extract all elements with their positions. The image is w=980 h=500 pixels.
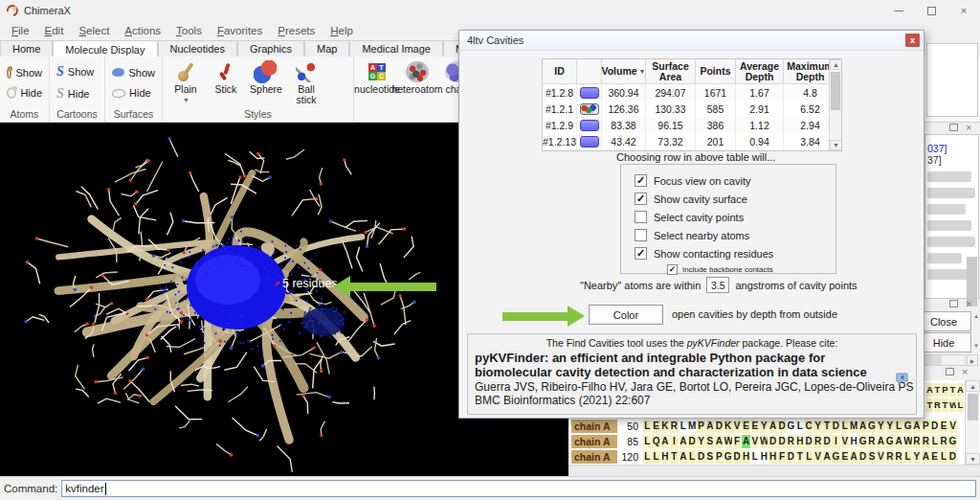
close-panel-icon[interactable]: × xyxy=(962,368,968,375)
residue-letter: R xyxy=(885,450,894,464)
sequence-row-partial[interactable]: TRTWL xyxy=(925,398,964,412)
checkbox-show-cavity-surface[interactable]: ✓Show cavity surface xyxy=(635,190,835,208)
close-button[interactable]: × xyxy=(947,0,980,21)
checked-checkbox-icon[interactable]: ✓ xyxy=(635,193,647,205)
ribbon-button-hide-cartoons[interactable]: Hide xyxy=(54,85,100,102)
ribbon-button-nucleotide-coloring[interactable]: ATGCnucleotide xyxy=(358,58,396,95)
sequence-row-85[interactable]: chain A85LQAIADYSAWFAVWDDRHDRDIVHGRAGAWR… xyxy=(571,434,957,448)
ribbon-button-sphere-styles[interactable]: Sphere xyxy=(247,58,285,95)
table-row[interactable]: #1.2.983.3896.153861.122.94 xyxy=(543,117,841,133)
sequence-row-120[interactable]: chain A120LLHTALDSPGDHLHHFDTLVAGEADSVRRL… xyxy=(571,449,957,464)
citation-copy-icon[interactable] xyxy=(894,373,909,386)
column-header-volume[interactable]: Volume▼ xyxy=(602,59,646,84)
command-bar: Command: kvfinder xyxy=(0,476,980,500)
cavity-color-swatch[interactable] xyxy=(580,87,599,99)
maximize-button[interactable] xyxy=(915,0,947,21)
menu-item-file[interactable]: File xyxy=(4,23,37,38)
checked-checkbox-icon[interactable]: ✓ xyxy=(635,174,647,187)
sequence-scrollbar-thumb[interactable] xyxy=(968,394,978,420)
float-panel-icon[interactable] xyxy=(949,300,958,307)
menu-item-presets[interactable]: Presets xyxy=(270,23,323,38)
residue-letter: D xyxy=(831,420,839,433)
color-button[interactable]: Color xyxy=(589,305,663,325)
column-header-points[interactable]: Points xyxy=(696,59,736,84)
tab-home[interactable]: Home xyxy=(0,40,53,57)
cavity-color-swatch[interactable] xyxy=(580,136,599,148)
checkbox-select-cavity-points[interactable]: Select cavity points xyxy=(635,208,835,226)
minimize-button[interactable] xyxy=(882,0,915,21)
column-header-id[interactable]: ID xyxy=(543,59,577,84)
menu-item-edit[interactable]: Edit xyxy=(37,23,72,38)
ribbon-group-cartoons: ShowHideCartoons xyxy=(50,57,105,122)
scroll-up-icon[interactable]: ▲ xyxy=(966,380,980,392)
dialog-close-button[interactable]: x xyxy=(905,34,920,47)
float-panel-icon[interactable] xyxy=(949,124,958,131)
checked-checkbox-icon[interactable]: ✓ xyxy=(635,247,647,260)
nearby-atoms-row: "Nearby" atoms are within 3.5 angstroms … xyxy=(580,277,858,293)
ribbon-button-show-cartoons[interactable]: Show xyxy=(54,63,100,80)
residue-letter: A xyxy=(705,420,714,433)
table-row[interactable]: #1.2.1126.36130.335852.916.52 xyxy=(543,101,841,117)
ribbon-button-stick-styles[interactable]: Stick xyxy=(207,58,245,95)
residue-letter: P xyxy=(696,420,704,433)
table-scrollbar[interactable]: ▲ ▼ xyxy=(829,59,841,150)
sequence-row-50[interactable]: chain A50LEKRLMPADKVEEYADGLCYTDLMAGYYLGA… xyxy=(571,419,957,433)
cavity-color-swatch[interactable] xyxy=(580,120,599,131)
menu-item-tools[interactable]: Tools xyxy=(168,23,210,38)
table-row[interactable]: #1.2.1343.4273.322010.943.84 xyxy=(543,133,841,149)
ribbon-button-hide-atoms[interactable]: Hide xyxy=(4,86,45,100)
ribbon-button-show-surfaces[interactable]: Show xyxy=(109,66,158,80)
tab-molecule-display[interactable]: Molecule Display xyxy=(53,40,157,57)
close-panel-icon[interactable]: × xyxy=(966,300,971,307)
ribbon-button-label: Plain xyxy=(174,84,196,95)
nearby-distance-input[interactable]: 3.5 xyxy=(706,277,729,293)
table-scrollbar-thumb[interactable] xyxy=(831,72,840,110)
tab-medical-image[interactable]: Medical Image xyxy=(349,40,443,57)
residue-letter: M xyxy=(849,420,858,433)
log-item-bar xyxy=(927,269,969,280)
log-item-bar xyxy=(927,237,975,247)
tab-map[interactable]: Map xyxy=(304,40,349,57)
tab-nucleotides[interactable]: Nucleotides xyxy=(158,40,237,57)
menu-item-help[interactable]: Help xyxy=(323,23,361,38)
checkbox-select-nearby-atoms[interactable]: Select nearby atoms xyxy=(635,226,835,244)
scroll-up-icon[interactable]: ▲ xyxy=(830,59,842,70)
column-header-swatch[interactable] xyxy=(577,59,602,84)
menu-item-select[interactable]: Select xyxy=(71,23,117,38)
table-row[interactable]: #1.2.8360.94294.0716711.674.8 xyxy=(543,84,841,101)
command-input[interactable]: kvfinder xyxy=(61,480,976,497)
ribbon-button-label: Show xyxy=(68,66,95,78)
ribbon-group-label: Styles xyxy=(167,107,349,122)
chevron-down-icon[interactable]: ▼ xyxy=(183,95,189,105)
dialog-titlebar[interactable]: 4ltv Cavities xyxy=(459,31,924,51)
ribbon-button-heteroatom-coloring[interactable]: heteroatom xyxy=(398,58,436,95)
unchecked-checkbox-icon[interactable] xyxy=(635,211,647,223)
checkbox-include-backbone-contacts[interactable]: ✓Include backbone contacts xyxy=(667,262,835,277)
sequence-scrollbar[interactable]: ▲ ▼ xyxy=(965,380,979,465)
ribbon-button-ball-stick-styles[interactable]: Ball stick xyxy=(287,58,325,105)
ribbon-button-hide-surfaces[interactable]: Hide xyxy=(109,86,158,100)
tab-graphics[interactable]: Graphics xyxy=(237,40,304,57)
menu-item-actions[interactable]: Actions xyxy=(117,23,168,38)
ribbon-button-show-atoms[interactable]: Show xyxy=(4,66,45,80)
unchecked-checkbox-icon[interactable] xyxy=(635,229,647,241)
checkbox-show-contacting-residues[interactable]: ✓Show contacting residues xyxy=(635,244,835,262)
residue-letter: P xyxy=(921,420,929,433)
scroll-right-icon[interactable]: ▶ xyxy=(967,354,978,366)
scroll-down-icon[interactable]: ▼ xyxy=(973,343,979,349)
menu-item-favorites[interactable]: Favorites xyxy=(210,23,270,38)
cavity-color-swatch[interactable] xyxy=(580,103,599,115)
nucleotide-icon: ATGC xyxy=(368,63,386,80)
sequence-row-partial[interactable]: ATPTA xyxy=(925,382,964,397)
scroll-up-icon[interactable]: ▲ xyxy=(973,313,979,319)
ribbon-button-plain-styles[interactable]: Plain▼ xyxy=(167,58,205,105)
checkbox-label: Include backbone contacts xyxy=(682,265,773,274)
scroll-down-icon[interactable]: ▼ xyxy=(830,140,842,150)
float-panel-icon[interactable] xyxy=(946,368,954,375)
column-header-surface-area[interactable]: Surface Area xyxy=(646,59,696,84)
close-panel-icon[interactable]: × xyxy=(966,124,971,131)
checked-checkbox-icon[interactable]: ✓ xyxy=(667,264,678,275)
column-header-average-depth[interactable]: Average Depth xyxy=(736,59,784,84)
checkbox-focus-view-on-cavity[interactable]: ✓Focus view on cavity xyxy=(635,171,835,190)
scroll-down-icon[interactable]: ▼ xyxy=(966,453,980,465)
